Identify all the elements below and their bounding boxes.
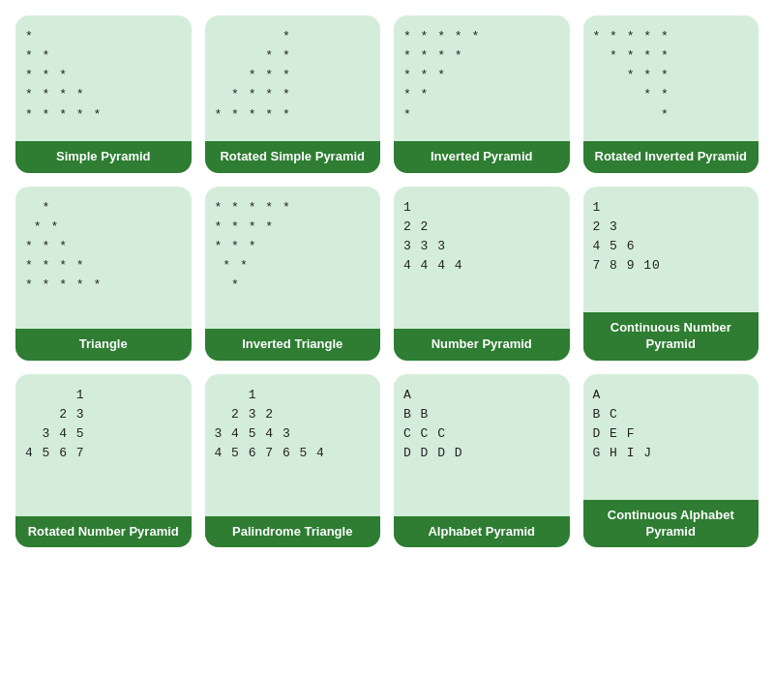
card-body-continuous-alphabet-pyramid: A B C D E F G H I J [583,374,759,500]
card-number-pyramid: 1 2 2 3 3 3 4 4 4 4Number Pyramid [394,187,570,361]
card-inverted-triangle: * * * * * * * * * * * * * * *Inverted Tr… [205,187,381,361]
card-body-rotated-simple-pyramid: * * * * * * * * * * * * * * * [205,15,381,141]
card-content-rotated-number-pyramid: 1 2 3 3 4 5 4 5 6 7 [25,386,85,464]
card-rotated-inverted-pyramid: * * * * * * * * * * * * * * *Rotated Inv… [583,15,759,173]
card-label-simple-pyramid: Simple Pyramid [15,141,192,173]
card-content-number-pyramid: 1 2 2 3 3 3 4 4 4 4 [403,198,463,277]
card-inverted-pyramid: * * * * * * * * * * * * * * *Inverted Py… [394,15,570,173]
card-body-simple-pyramid: * * * * * * * * * * * * * * * [15,15,192,141]
card-body-triangle: * * * * * * * * * * * * * * * [15,187,192,329]
card-label-inverted-pyramid: Inverted Pyramid [394,141,570,173]
card-content-rotated-simple-pyramid: * * * * * * * * * * * * * * * [215,27,291,125]
card-content-inverted-triangle: * * * * * * * * * * * * * * * [215,198,291,296]
card-body-continuous-number-pyramid: 1 2 3 4 5 6 7 8 9 10 [583,187,759,312]
card-content-triangle: * * * * * * * * * * * * * * * [25,198,102,296]
card-body-rotated-inverted-pyramid: * * * * * * * * * * * * * * * [583,15,759,141]
card-continuous-number-pyramid: 1 2 3 4 5 6 7 8 9 10Continuous Number Py… [583,187,759,361]
card-content-continuous-number-pyramid: 1 2 3 4 5 6 7 8 9 10 [593,198,661,277]
card-triangle: * * * * * * * * * * * * * * *Triangle [15,187,192,361]
card-body-rotated-number-pyramid: 1 2 3 3 4 5 4 5 6 7 [15,374,192,516]
card-label-triangle: Triangle [15,329,192,361]
card-label-continuous-number-pyramid: Continuous Number Pyramid [583,312,759,361]
card-body-number-pyramid: 1 2 2 3 3 3 4 4 4 4 [394,187,570,329]
card-continuous-alphabet-pyramid: A B C D E F G H I JContinuous Alphabet P… [583,374,759,548]
card-body-inverted-triangle: * * * * * * * * * * * * * * * [205,187,381,329]
card-label-rotated-inverted-pyramid: Rotated Inverted Pyramid [583,141,759,173]
card-content-alphabet-pyramid: A B B C C C D D D D [403,386,463,464]
card-content-simple-pyramid: * * * * * * * * * * * * * * * [25,27,102,125]
card-content-rotated-inverted-pyramid: * * * * * * * * * * * * * * * [593,27,670,125]
card-body-alphabet-pyramid: A B B C C C D D D D [394,374,570,516]
card-alphabet-pyramid: A B B C C C D D D DAlphabet Pyramid [394,374,570,548]
card-label-palindrome-triangle: Palindrome Triangle [205,516,381,548]
pyramid-grid: * * * * * * * * * * * * * * *Simple Pyra… [15,15,759,547]
card-rotated-number-pyramid: 1 2 3 3 4 5 4 5 6 7Rotated Number Pyrami… [15,374,192,548]
card-label-alphabet-pyramid: Alphabet Pyramid [394,516,570,548]
card-label-rotated-simple-pyramid: Rotated Simple Pyramid [205,141,381,173]
card-body-palindrome-triangle: 1 2 3 2 3 4 5 4 3 4 5 6 7 6 5 4 [205,374,381,516]
card-body-inverted-pyramid: * * * * * * * * * * * * * * * [394,15,570,141]
card-rotated-simple-pyramid: * * * * * * * * * * * * * * *Rotated Sim… [205,15,381,173]
card-label-number-pyramid: Number Pyramid [394,329,570,361]
card-content-palindrome-triangle: 1 2 3 2 3 4 5 4 3 4 5 6 7 6 5 4 [215,386,325,464]
card-label-continuous-alphabet-pyramid: Continuous Alphabet Pyramid [583,500,759,548]
card-simple-pyramid: * * * * * * * * * * * * * * *Simple Pyra… [15,15,192,173]
card-label-rotated-number-pyramid: Rotated Number Pyramid [15,516,192,548]
card-content-inverted-pyramid: * * * * * * * * * * * * * * * [403,27,480,125]
card-label-inverted-triangle: Inverted Triangle [205,329,381,361]
card-palindrome-triangle: 1 2 3 2 3 4 5 4 3 4 5 6 7 6 5 4Palindrom… [205,374,381,548]
card-content-continuous-alphabet-pyramid: A B C D E F G H I J [593,386,653,464]
